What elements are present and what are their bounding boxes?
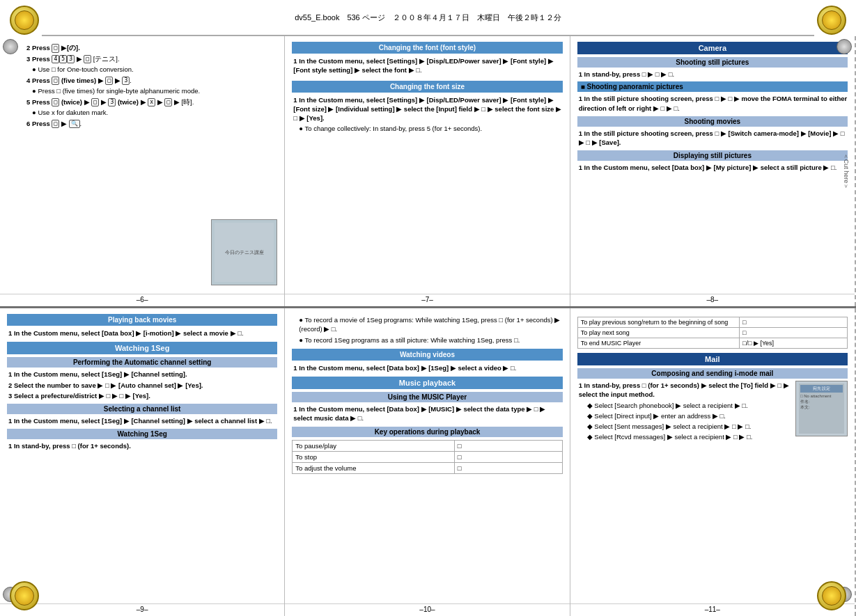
p8-camera-head: Camera [577,42,848,54]
p8-display-head: Displaying still pictures [577,150,848,161]
p9-playback-head: Playing back movies [7,314,277,326]
p6-step2: 2 Press □ ▶[の]. [26,43,277,53]
corner-deco-br [817,581,846,610]
p7-size-step1: 1 In the Custom menu, select [Settings] … [293,95,562,123]
p9-ch-list-head: Selecting a channel list [7,404,277,414]
p9-ch-list-step1: 1 In the Custom menu, select [1Seg] ▶ [C… [8,416,277,425]
song-end-label: To end MUSIC Player [577,338,739,349]
p9-auto-ch-step2: 2 Select the number to save ▶ □ ▶ [Auto … [8,381,277,390]
top-bar: dv55_E.book 536 ページ ２００８年４月１７日 木曜日 午後２時１… [42,0,814,36]
p11-song-table: To play previous song/return to the begi… [577,317,848,349]
p6-bullet3: Use x for dakuten mark. [32,108,277,117]
p10-bullet2: To record 1Seg programs as a still pictu… [299,335,562,345]
p9-auto-ch-step1: 1 In the Custom menu, select [1Seg] ▶ [C… [8,370,277,379]
page-6-col: 2 Press □ ▶[の]. 3 Press 453 ▶ □ [テニス]. U… [0,36,285,306]
compass-p8 [836,39,852,54]
p8-still-step1: 1 In stand-by, press □ ▶ □ ▶ □. [579,70,848,79]
keyop-pause-label: To pause/play [293,440,454,451]
p9-1seg-head: Watching 1Seg [7,342,277,354]
p11-compose-head: Composing and sending i-mode mail [577,368,848,379]
p10-music-head: Music playback [292,377,562,389]
corner-deco-bl [10,581,39,610]
p7-font-size-head: Changing the font size [292,81,562,93]
page6-content: 2 Press □ ▶[の]. 3 Press 453 ▶ □ [テニス]. U… [25,43,277,128]
p11-pagenum: –11– [570,603,855,613]
p8-display-step1: 1 In the Custom menu, select [Data box] … [579,163,848,172]
p6-image: 今日のテニス講座 [211,219,277,285]
p9-watching-head: Watching 1Seg [7,429,277,439]
p10-keyops-table: To pause/play□ To stop□ To adjust the vo… [292,440,562,474]
p10-music-step1: 1 In the Custom menu, select [Data box] … [293,404,562,423]
p6-bullet2: Press □ (five times) for single-byte alp… [32,86,277,95]
p6-step5: 5 Press □ (twice) ▶ □ ▶ 3 (twice) ▶ x ▶ … [26,97,277,107]
p8-still-head: Shooting still pictures [577,57,848,68]
corner-deco-tl [10,6,39,35]
p7-font-step1: 1 In the Custom menu, select [Settings] … [293,56,562,75]
p10-bullet1: To record a movie of 1Seg programs: Whil… [299,315,562,334]
p9-auto-ch-head: Performing the Automatic channel setting [7,357,277,368]
page-7-col: Changing the font (font style) 1 In the … [285,36,570,306]
p6-step6: 6 Press □ ▶ 🔍. [26,119,277,129]
p8-pagenum: –8– [570,294,855,303]
p8-panoramic-head: ■ Shooting panoramic pictures [577,81,848,92]
p8-panoramic-step1: 1 In the still picture shooting screen, … [579,94,848,113]
song-end-key: □/□ ▶ [Yes] [740,338,848,349]
p10-music-player-head: Using the MUSIC Player [292,392,562,402]
page-9-col: Playing back movies 1 In the Custom menu… [0,308,285,616]
p6-step3: 3 Press 453 ▶ □ [テニス]. [26,54,277,64]
compass-p6 [3,39,18,54]
p10-videos-step1: 1 In the Custom menu, select [Data box] … [293,363,562,372]
p11-mail-head: Mail [577,353,848,365]
keyop-vol-key: □ [454,462,562,473]
keyop-stop-label: To stop [293,451,454,462]
p10-keyops-head: Key operations during playback [292,427,562,437]
p7-font-style-head: Changing the font (font style) [292,42,562,54]
p9-watching-step1: 1 In stand-by, press □ (for 1+ seconds). [8,441,277,450]
p6-bullet1: Use □ for One-touch conversion. [32,65,277,74]
song-next-key: □ [740,328,848,338]
keyop-vol-label: To adjust the volume [293,462,454,473]
song-next-label: To play next song [577,328,739,338]
keyop-stop-key: □ [454,451,562,462]
p6-pagenum: –6– [0,294,284,303]
page-11-col: To play previous song/return to the begi… [570,308,856,616]
p8-movies-step1: 1 In the still picture shooting screen, … [579,129,848,148]
p6-step4: 4 Press □ (five times) ▶ □ ▶ 3. [26,76,277,86]
p7-pagenum: –7– [285,294,569,303]
page-8-col: Camera Shooting still pictures 1 In stan… [570,36,856,306]
p9-auto-ch-step3: 3 Select a prefecture/district ▶ □ ▶ □ ▶… [8,391,277,400]
song-prev-label: To play previous song/return to the begi… [577,317,739,328]
p10-pagenum: –10– [285,603,569,613]
p8-movies-head: Shooting movies [577,116,848,127]
top-bar-text: dv55_E.book 536 ページ ２００８年４月１７日 木曜日 午後２時１… [295,13,561,23]
song-prev-key: □ [740,317,848,328]
page-10-col: To record a movie of 1Seg programs: Whil… [285,308,570,616]
corner-deco-tr [817,6,846,35]
p10-videos-head: Watching videos [292,349,562,361]
p9-pagenum: –9– [0,603,284,613]
p7-size-bullet: To change collectively: In stand-by, pre… [299,124,562,133]
p11-phone-img: 宛先 設定 □ No attachment件名:本文: [795,381,848,436]
cut-here-label: ＜Cut here＞ [841,153,850,190]
p9-playback-step1: 1 In the Custom menu, select [Data box] … [8,329,277,338]
keyop-pause-key: □ [454,440,562,451]
